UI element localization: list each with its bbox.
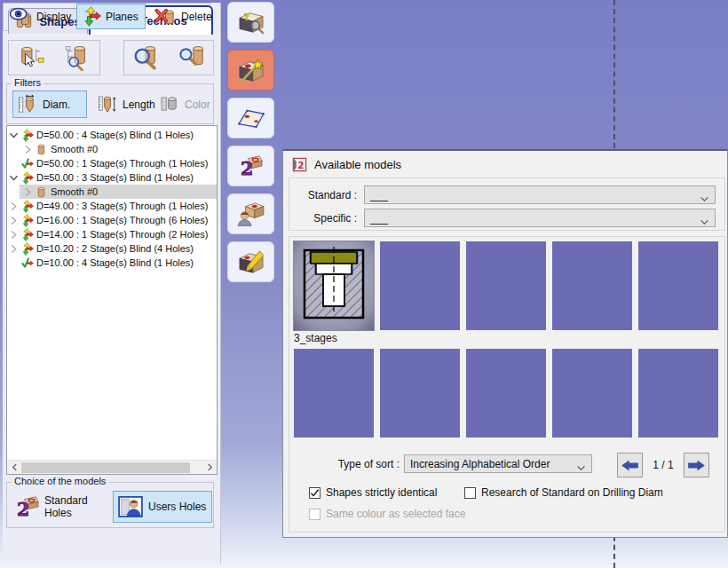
- previous-page-button[interactable]: [617, 453, 643, 477]
- hole-wizard-button[interactable]: [227, 50, 274, 91]
- arrow-left-icon: [621, 459, 639, 472]
- tree-item-label: D=10.00 : 4 Stage(s) Blind (1 Holes): [35, 257, 194, 268]
- hole-face-button[interactable]: [227, 98, 274, 138]
- users-holes-label: Users Holes: [148, 501, 206, 513]
- user-hole-icon: [237, 201, 265, 226]
- chevron-collapsed-icon[interactable]: [7, 201, 20, 211]
- search-tree-hole-icon: [64, 44, 91, 71]
- standard-value: ___: [370, 189, 388, 201]
- chevron-down-icon: [576, 462, 586, 474]
- next-page-button[interactable]: [684, 453, 709, 477]
- scrollbar-thumb[interactable]: [21, 462, 190, 473]
- choice-of-models-group: Choice of the models 2 Standard Holes Us…: [6, 482, 214, 528]
- tree-item[interactable]: D=50.00 : 3 Stage(s) Blind (1 Holes): [7, 170, 217, 185]
- scroll-right-icon[interactable]: [202, 461, 217, 475]
- models-dialog-icon: 2: [292, 157, 307, 172]
- holes-tree: D=50.00 : 4 Stage(s) Blind (1 Holes)Smoo…: [6, 125, 218, 475]
- tree-item-label: D=16.00 : 1 Stage(s) Through (6 Holes): [35, 215, 208, 225]
- tree-item[interactable]: D=50.00 : 1 Stage(s) Through (1 Holes): [7, 156, 217, 170]
- tree-item[interactable]: D=14.00 : 1 Stage(s) Through (2 Holes): [7, 227, 217, 241]
- checkbox-research-standard-drilling-diam[interactable]: Research of Standard on Drilling Diam: [464, 486, 663, 499]
- choice-of-models-title: Choice of the models: [12, 476, 108, 486]
- standard-holes-button[interactable]: 2 Standard Holes: [11, 491, 110, 523]
- tree-item[interactable]: D=16.00 : 1 Stage(s) Through (6 Holes): [7, 213, 217, 227]
- model-name-label: 3_stages: [294, 332, 337, 344]
- filter-diameter-label: Diam.: [43, 99, 70, 111]
- model-cell[interactable]: [294, 241, 374, 330]
- tree-item-label: D=14.00 : 1 Stage(s) Through (2 Holes): [35, 229, 208, 240]
- display-button[interactable]: Display: [5, 4, 75, 29]
- tree-item[interactable]: Smooth #0: [7, 185, 217, 199]
- search-tree-hole-button[interactable]: [62, 43, 92, 73]
- tree-item[interactable]: D=10.20 : 2 Stage(s) Blind (4 Holes): [7, 241, 217, 256]
- chevron-expanded-icon[interactable]: [7, 131, 20, 139]
- chevron-collapsed-icon[interactable]: [7, 216, 20, 225]
- type-of-sort-dropdown[interactable]: Increasing Alphabetical Order: [404, 454, 592, 473]
- tree-item[interactable]: D=49.00 : 3 Stage(s) Through (1 Holes): [7, 199, 217, 213]
- chevron-expanded-icon[interactable]: [7, 174, 20, 182]
- filter-diameter-button[interactable]: Diam.: [12, 91, 87, 118]
- checkbox-box: [309, 487, 320, 499]
- users-holes-button[interactable]: Users Holes: [113, 491, 212, 523]
- specific-value: ___: [370, 212, 388, 225]
- hole-edit-button[interactable]: [227, 241, 274, 282]
- tree-item[interactable]: D=10.00 : 4 Stage(s) Blind (1 Holes): [7, 256, 217, 270]
- scroll-left-icon[interactable]: [7, 461, 21, 475]
- filter-length-button[interactable]: Length: [92, 91, 151, 118]
- hole-axes-icon: [20, 171, 35, 185]
- specific-dropdown[interactable]: ___: [364, 209, 716, 227]
- empty-model-cell: [466, 349, 546, 438]
- standard-holes-button[interactable]: 2: [227, 146, 274, 186]
- cylinder-icon: [34, 144, 49, 155]
- filter-color-label: Color: [185, 99, 210, 111]
- dialog-title: 2 Available models: [292, 157, 401, 172]
- zoom-hole-button[interactable]: [131, 43, 161, 73]
- empty-model-cell: [380, 349, 460, 438]
- planes-label: Planes: [106, 11, 138, 23]
- checkbox-same-colour-as-selected-face-label: Same colour as selected face: [326, 508, 465, 520]
- hole-zoom-toolbar: [123, 40, 214, 75]
- standard-holes-icon: 2: [240, 154, 263, 178]
- length-filter-icon: [98, 94, 118, 114]
- select-hole-button[interactable]: [16, 43, 46, 73]
- chevron-collapsed-icon[interactable]: [21, 145, 34, 154]
- arrow-right-icon: [687, 459, 706, 472]
- chevron-down-icon: [700, 216, 709, 228]
- chevron-down-icon: [700, 193, 709, 205]
- search-hole-button[interactable]: [177, 43, 207, 73]
- users-holes-icon: [118, 496, 143, 517]
- svg-text:2: 2: [17, 499, 29, 518]
- hole-axes-icon: [20, 242, 35, 256]
- planes-button[interactable]: Planes: [76, 4, 146, 29]
- tree-item-label: D=50.00 : 1 Stage(s) Through (1 Holes): [35, 158, 208, 169]
- hole-select-toolbar: [8, 40, 100, 75]
- chevron-collapsed-icon[interactable]: [7, 230, 20, 240]
- display-eye-icon: [10, 6, 32, 27]
- hole-query-icon: ?: [237, 10, 265, 35]
- tree-item-label: D=50.00 : 3 Stage(s) Blind (1 Holes): [35, 172, 194, 183]
- tree-item[interactable]: Smooth #0: [7, 142, 217, 156]
- empty-model-cell: [638, 241, 718, 330]
- delete-button[interactable]: Delete: [150, 4, 217, 29]
- standard-dropdown[interactable]: ___: [364, 185, 716, 204]
- hole-query-button[interactable]: ?: [227, 2, 274, 43]
- models-grid-group: Type of sort : Increasing Alphabetical O…: [289, 236, 725, 532]
- planes-axes-icon: [81, 6, 101, 27]
- zoom-hole-icon: [132, 44, 159, 71]
- models-grid-row: [294, 349, 718, 438]
- tree-item-label: Smooth #0: [49, 144, 98, 154]
- standard-label: Standard :: [289, 189, 357, 201]
- checkbox-box: [464, 487, 476, 499]
- checkbox-same-colour-as-selected-face: Same colour as selected face: [309, 508, 465, 520]
- tree-horizontal-scrollbar[interactable]: [7, 460, 217, 474]
- chevron-collapsed-icon[interactable]: [21, 187, 34, 197]
- user-hole-button[interactable]: [227, 193, 274, 234]
- page-indicator: 1 / 1: [645, 459, 682, 471]
- checkbox-shapes-strictly-identical[interactable]: Shapes strictly identical: [309, 486, 437, 499]
- side-toolbar: ?2: [227, 2, 277, 289]
- search-hole-icon: [178, 44, 205, 71]
- chevron-collapsed-icon[interactable]: [7, 244, 20, 254]
- tree-item[interactable]: D=50.00 : 4 Stage(s) Blind (1 Holes): [7, 128, 217, 142]
- filter-color-button: Color: [154, 91, 211, 118]
- actions-group: Display Planes Delete: [3, 3, 210, 31]
